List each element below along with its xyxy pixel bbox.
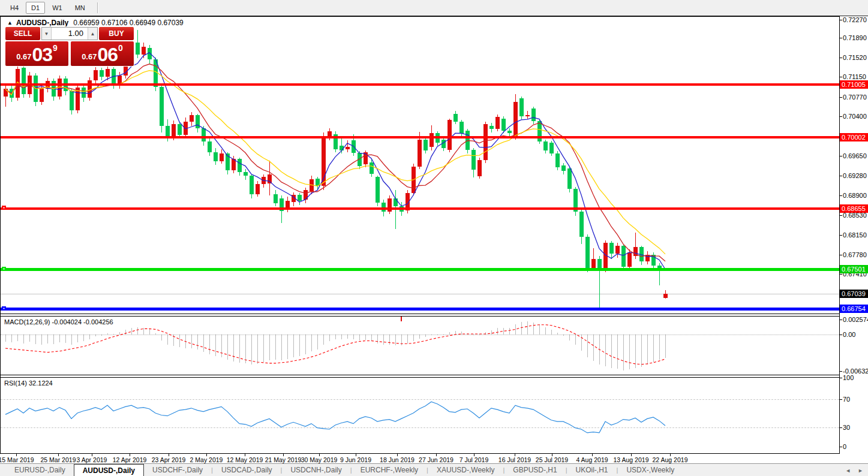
price-axis[interactable]: 0.722700.718900.715200.711500.707700.704… [840, 16, 868, 463]
price-tick-label: 0.71520 [843, 54, 867, 61]
price-badge-red: 0.68655 [840, 204, 868, 213]
sell-button[interactable]: SELL [5, 27, 40, 40]
date-label: 25 Mar 2019 [41, 456, 76, 463]
date-label: 23 Apr 2019 [152, 456, 186, 463]
line-anchor-marker[interactable] [2, 306, 6, 311]
rsi-panel[interactable]: RSI(14) 32.1224 [1, 378, 839, 453]
volume-decrease-icon[interactable]: ▼ [42, 28, 52, 40]
tab-audusd-daily[interactable]: AUDUSD-,Daily [74, 464, 144, 476]
line-anchor-marker[interactable] [2, 267, 6, 271]
symbol-name: AUDUSD-,Daily [16, 19, 68, 27]
axis-tick [840, 427, 842, 428]
axis-tick [840, 20, 842, 20]
axis-tick [840, 116, 842, 117]
tab-usdchf-daily[interactable]: USDCHF-,Daily [144, 464, 211, 476]
axis-tick [840, 274, 842, 275]
buy-price-display[interactable]: 0.67 06 0 [71, 41, 134, 66]
tab-scroll-left-icon[interactable]: ◄ [845, 468, 851, 474]
current-price-badge: 0.67039 [840, 290, 868, 298]
rsi-tick-label: 100 [843, 374, 854, 381]
timeframe-toolbar: H4D1W1MN [0, 0, 868, 16]
macd-tick-label: 0.00 [843, 331, 855, 338]
chart-title: ▲AUDUSD-,Daily0.66959 0.67106 0.66949 0.… [7, 19, 184, 27]
price-tick-label: 0.71890 [843, 34, 867, 41]
price-tick-label: 0.69650 [843, 152, 867, 159]
price-tick-label: 0.70770 [843, 94, 867, 101]
price-tick-label: 0.67780 [843, 251, 867, 258]
axis-tick [840, 38, 842, 38]
splitter-price-macd-a[interactable] [0, 314, 839, 314]
tab-eurchf-weekly[interactable]: EURCHF-,Weekly [352, 464, 427, 476]
price-tick-label: 0.71150 [843, 73, 866, 80]
tab-scroll-right-icon[interactable]: ► [858, 468, 863, 474]
splitter-macd-rsi-a[interactable] [0, 375, 839, 375]
price-tick-label: 0.69280 [843, 172, 867, 179]
horizontal-blue-line[interactable] [1, 308, 839, 311]
tab-gbpusd-h1[interactable]: GBPUSD-,H1 [504, 464, 565, 476]
date-label: 3 Apr 2019 [77, 456, 107, 463]
price-tick-label: 0.68900 [843, 192, 867, 199]
price-badge-red: 0.70002 [840, 133, 868, 141]
date-label: 30 May 2019 [301, 456, 338, 463]
line-anchor-marker[interactable] [2, 206, 6, 210]
date-label: 7 Jul 2019 [459, 456, 488, 463]
sell-price-prefix: 0.67 [16, 52, 31, 61]
axis-tick [840, 335, 842, 335]
sell-price-pips: 03 [32, 46, 52, 64]
timeframe-button-mn[interactable]: MN [70, 2, 91, 14]
ma-line-lwma-slow [5, 71, 665, 254]
price-badge-red: 0.71005 [840, 80, 868, 89]
axis-tick [840, 176, 842, 176]
price-badge-green: 0.67501 [840, 265, 868, 273]
volume-increase-icon[interactable]: ▲ [88, 28, 97, 40]
macd-spike-marker [401, 317, 402, 321]
timeframe-button-h4[interactable]: H4 [5, 2, 24, 14]
axis-tick [840, 58, 842, 58]
axis-tick [840, 378, 842, 378]
tab-usdx-weekly[interactable]: USDX-,Weekly [618, 464, 683, 476]
date-label: 27 Jun 2019 [419, 456, 453, 463]
title-ohlc: 0.66959 0.67106 0.66949 0.67039 [73, 19, 184, 27]
horizontal-red-line[interactable] [1, 83, 839, 86]
axis-tick [840, 215, 842, 216]
macd-signal-line [5, 325, 665, 364]
buy-button[interactable]: BUY [99, 27, 134, 40]
collapse-panel-icon[interactable]: ▲ [7, 20, 13, 26]
tab-ukoil-h1[interactable]: UKOil-,H1 [567, 464, 617, 476]
rsi-line [5, 402, 665, 433]
volume-stepper: ▼ 1.00 ▲ [41, 27, 98, 40]
tab-usdcnh-daily[interactable]: USDCNH-,Daily [282, 464, 350, 476]
axis-tick [840, 399, 842, 400]
tab-eurusd-daily[interactable]: EURUSD-,Daily [6, 464, 74, 476]
horizontal-red-line[interactable] [1, 207, 839, 210]
volume-input[interactable]: 1.00 [52, 28, 88, 40]
date-label: 4 Aug 2019 [576, 456, 608, 463]
tab-usdcad-daily[interactable]: USDCAD-,Daily [213, 464, 281, 476]
date-axis[interactable]: 15 Mar 201925 Mar 20193 Apr 201912 Apr 2… [0, 454, 839, 463]
macd-panel[interactable]: MACD(12,26,9) -0.004024 -0.004256 [1, 317, 839, 375]
axis-tick [840, 255, 842, 255]
timeframe-button-w1[interactable]: W1 [47, 2, 68, 14]
horizontal-green-line[interactable] [1, 268, 839, 271]
timeframe-button-d1[interactable]: D1 [26, 2, 45, 14]
date-label: 12 Apr 2019 [113, 456, 147, 463]
sell-price-display[interactable]: 0.67 03 9 [5, 41, 68, 66]
date-label: 15 Mar 2019 [0, 456, 34, 463]
axis-tick [840, 77, 842, 77]
one-click-trade-panel: SELL ▼ 1.00 ▲ BUY 0.67 03 9 0.67 06 0 [5, 26, 134, 67]
date-label: 16 Jul 2019 [498, 456, 531, 463]
price-tick-label: 0.70400 [843, 113, 867, 120]
price-tick-label: 0.72270 [843, 16, 867, 23]
tab-xauusd-weekly[interactable]: XAUUSD-,Weekly [428, 464, 503, 476]
date-label: 25 Jul 2019 [536, 456, 568, 463]
date-label: 2 May 2019 [190, 456, 223, 463]
price-badge-blue: 0.66754 [840, 305, 868, 313]
tab-scroll-arrows: ◄ ► [845, 464, 863, 476]
buy-price-prefix: 0.67 [82, 52, 97, 61]
axis-tick [840, 156, 842, 156]
axis-tick [840, 97, 842, 98]
date-label: 21 May 2019 [265, 456, 302, 463]
horizontal-red-line[interactable] [1, 136, 839, 138]
price-tick-label: 0.68150 [843, 231, 867, 239]
toolbar-separator [97, 2, 98, 13]
